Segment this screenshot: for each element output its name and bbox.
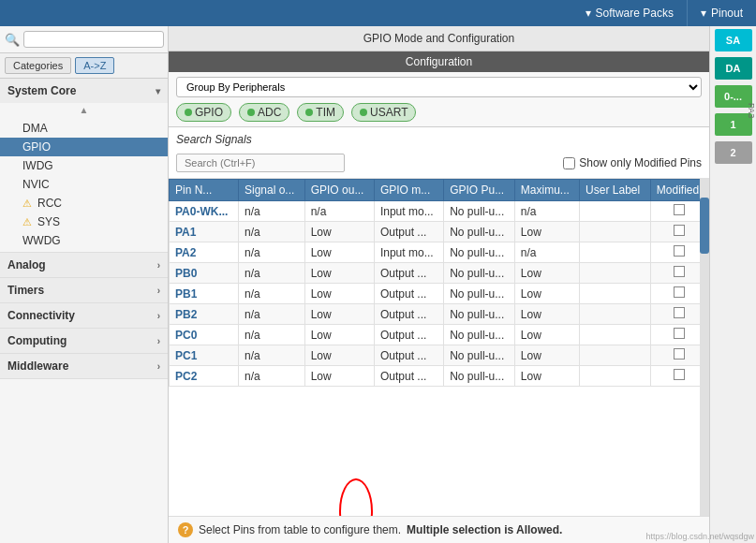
info-text1: Select Pins from table to configure them…: [199, 523, 401, 536]
cell-7-5: Low: [514, 345, 579, 366]
cell-2-4: No pull-u...: [444, 242, 515, 263]
section-analog: Analog ›: [0, 253, 168, 278]
sidebar-item-gpio[interactable]: GPIO: [0, 138, 168, 156]
cell-4-1: n/a: [238, 284, 304, 304]
pin-badge-sa[interactable]: SA: [715, 29, 752, 51]
cell-2-6: [580, 242, 651, 263]
col-signal[interactable]: Signal o...: [238, 180, 304, 201]
modified-checkbox-cell[interactable]: [674, 328, 685, 339]
chevron-timers: ›: [157, 286, 160, 296]
modified-checkbox-cell[interactable]: [674, 286, 685, 298]
chevron-down-icon2: ▾: [701, 7, 706, 20]
table-body: PA0-WK...n/an/aInput mo...No pull-u...n/…: [170, 201, 709, 387]
scroll-indicator[interactable]: [700, 179, 709, 516]
content-area: Configuration Group By PeripheralsGroup …: [169, 51, 709, 543]
cell-7-4: No pull-u...: [444, 345, 515, 366]
group-by-select[interactable]: Group By PeripheralsGroup By IPNo Group: [176, 77, 702, 97]
connectivity-header[interactable]: Connectivity ›: [0, 303, 168, 328]
modified-checkbox-cell[interactable]: [674, 204, 685, 215]
cell-0-4: No pull-u...: [444, 201, 515, 222]
table-row[interactable]: PB0n/aLowOutput ...No pull-u...Low: [170, 263, 709, 284]
cell-6-3: Output ...: [374, 325, 443, 345]
filter-tab-gpio[interactable]: GPIO: [176, 103, 231, 122]
col-user-label[interactable]: User Label: [580, 180, 651, 201]
sidebar-item-wwdg[interactable]: WWDG: [0, 231, 168, 250]
cell-3-1: n/a: [238, 263, 304, 284]
analog-label: Analog: [7, 258, 46, 272]
nvic-label: NVIC: [22, 178, 50, 191]
cell-2-3: Input mo...: [374, 242, 443, 263]
cell-3-5: Low: [514, 263, 579, 284]
cell-6-0: PC0: [170, 325, 239, 345]
modified-checkbox-cell[interactable]: [674, 307, 685, 318]
sidebar-item-nvic[interactable]: NVIC: [0, 175, 168, 194]
section-connectivity: Connectivity ›: [0, 303, 168, 329]
sidebar-item-dma[interactable]: DMA: [0, 119, 168, 138]
tab-az[interactable]: A->Z: [75, 57, 114, 74]
table-row[interactable]: PA2n/aLowInput mo...No pull-u...n/a: [170, 242, 709, 263]
table-row[interactable]: PC1n/aLowOutput ...No pull-u...Low: [170, 345, 709, 366]
pinout-btn[interactable]: ▾ Pinout: [688, 0, 756, 26]
cell-4-4: No pull-u...: [444, 284, 515, 304]
col-gpio-pullup[interactable]: GPIO Pu...: [444, 180, 515, 201]
analog-header[interactable]: Analog ›: [0, 253, 168, 277]
filter-tab-tim[interactable]: TIM: [297, 103, 344, 122]
cell-6-5: Low: [514, 325, 579, 345]
search-signals-area: Search Signals Show only Modified Pins: [169, 127, 709, 179]
cell-6-4: No pull-u...: [444, 325, 515, 345]
gpio-filter-label: GPIO: [195, 106, 223, 119]
filter-tab-adc[interactable]: ADC: [239, 103, 289, 122]
config-toolbar: Group By PeripheralsGroup By IPNo Group …: [169, 72, 709, 127]
modified-checkbox-cell[interactable]: [674, 245, 685, 257]
sidebar-item-sys[interactable]: SYS: [0, 213, 168, 231]
timers-label: Timers: [7, 284, 44, 297]
col-gpio-mode[interactable]: GPIO m...: [374, 180, 443, 201]
chevron-middleware: ›: [157, 361, 160, 372]
timers-header[interactable]: Timers ›: [0, 278, 168, 302]
modified-checkbox-cell[interactable]: [674, 266, 685, 277]
cell-5-5: Low: [514, 304, 579, 325]
col-gpio-output[interactable]: GPIO ou...: [304, 180, 374, 201]
search-input[interactable]: [23, 31, 164, 48]
table-row[interactable]: PC0n/aLowOutput ...No pull-u...Low: [170, 325, 709, 345]
cell-6-2: Low: [304, 325, 374, 345]
software-packs-label: Software Packs: [596, 7, 674, 20]
section-computing: Computing ›: [0, 329, 168, 354]
tab-categories[interactable]: Categories: [5, 57, 71, 74]
table-row[interactable]: PA0-WK...n/an/aInput mo...No pull-u...n/…: [170, 201, 709, 222]
table-row[interactable]: PC2n/aLowOutput ...No pull-u...Low: [170, 366, 709, 387]
cell-1-2: Low: [304, 222, 374, 242]
computing-header[interactable]: Computing ›: [0, 329, 168, 353]
cell-2-2: Low: [304, 242, 374, 263]
modified-label: Show only Modified Pins: [579, 156, 702, 169]
table-row[interactable]: PA1n/aLowOutput ...No pull-u...Low: [170, 222, 709, 242]
connectivity-label: Connectivity: [7, 309, 75, 322]
search-icon[interactable]: 🔍: [5, 33, 20, 47]
system-core-header[interactable]: System Core ▾: [0, 79, 168, 103]
modified-checkbox[interactable]: [563, 157, 575, 169]
search-signals-input[interactable]: [176, 154, 345, 172]
cell-2-1: n/a: [238, 242, 304, 263]
cell-6-6: [580, 325, 651, 345]
usart-dot: [360, 109, 367, 116]
cell-6-1: n/a: [238, 325, 304, 345]
middleware-header[interactable]: Middleware ›: [0, 354, 168, 378]
col-maximum[interactable]: Maximu...: [514, 180, 579, 201]
info-icon: ?: [178, 522, 193, 537]
col-pin-name[interactable]: Pin N...: [170, 180, 239, 201]
search-bar: 🔍 ⚙: [0, 26, 168, 53]
sidebar-item-iwdg[interactable]: IWDG: [0, 156, 168, 175]
modified-checkbox-cell[interactable]: [674, 369, 685, 380]
software-packs-btn[interactable]: ▾ Software Packs: [572, 0, 687, 26]
section-middleware: Middleware ›: [0, 354, 168, 379]
table-row[interactable]: PB1n/aLowOutput ...No pull-u...Low: [170, 284, 709, 304]
table-row[interactable]: PB2n/aLowOutput ...No pull-u...Low: [170, 304, 709, 325]
modified-checkbox-cell[interactable]: [674, 348, 685, 360]
pin-badge-da[interactable]: DA: [715, 57, 752, 80]
cell-4-5: Low: [514, 284, 579, 304]
pin-badge-2[interactable]: 2: [715, 141, 752, 164]
modified-checkbox-cell[interactable]: [674, 225, 685, 236]
filter-tab-usart[interactable]: USART: [351, 103, 416, 122]
cell-2-0: PA2: [170, 242, 239, 263]
sidebar-item-rcc[interactable]: RCC: [0, 194, 168, 213]
